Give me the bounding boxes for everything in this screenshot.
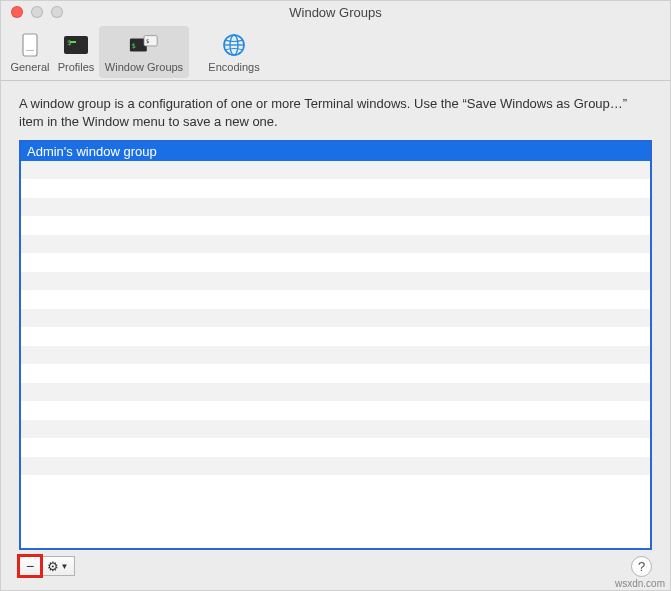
profiles-icon: $ [60, 31, 92, 59]
list-item[interactable] [21, 364, 650, 383]
content-area: A window group is a configuration of one… [1, 81, 670, 590]
list-item[interactable] [21, 253, 650, 272]
list-item[interactable] [21, 161, 650, 180]
tab-general[interactable]: General [7, 26, 53, 78]
general-icon [14, 31, 46, 59]
list-item[interactable] [21, 346, 650, 365]
encodings-icon [218, 31, 250, 59]
list-item[interactable] [21, 327, 650, 346]
list-item[interactable] [21, 179, 650, 198]
chevron-down-icon: ▼ [61, 562, 69, 571]
window-groups-icon: $ $ [128, 31, 160, 59]
button-group: − ⚙ ▼ [19, 556, 75, 576]
list-item[interactable] [21, 198, 650, 217]
help-icon: ? [638, 559, 645, 574]
svg-rect-0 [23, 34, 37, 56]
list-item[interactable] [21, 420, 650, 439]
close-icon[interactable] [11, 6, 23, 18]
list-footer: − ⚙ ▼ ? [19, 554, 652, 578]
window-group-list[interactable]: Admin's window group [19, 140, 652, 550]
tab-label: Encodings [208, 61, 259, 73]
titlebar: Window Groups [1, 1, 670, 23]
list-item[interactable] [21, 401, 650, 420]
list-item[interactable] [21, 438, 650, 457]
list-item[interactable] [21, 216, 650, 235]
window-title: Window Groups [1, 5, 670, 20]
svg-rect-1 [26, 50, 34, 51]
list-item[interactable]: Admin's window group [21, 142, 650, 161]
watermark: wsxdn.com [615, 578, 665, 589]
remove-button[interactable]: − [19, 556, 41, 576]
actions-menu-button[interactable]: ⚙ ▼ [41, 556, 75, 576]
list-item[interactable] [21, 235, 650, 254]
tab-encodings[interactable]: Encodings [189, 26, 279, 78]
list-item[interactable] [21, 290, 650, 309]
zoom-icon[interactable] [51, 6, 63, 18]
help-button[interactable]: ? [631, 556, 652, 577]
description-text: A window group is a configuration of one… [19, 95, 652, 130]
list-item[interactable] [21, 457, 650, 476]
list-item[interactable] [21, 272, 650, 291]
svg-rect-4 [70, 41, 76, 43]
svg-text:$: $ [132, 41, 136, 49]
tab-label: Window Groups [105, 61, 183, 73]
gear-icon: ⚙ [47, 559, 59, 574]
tab-window-groups[interactable]: $ $ Window Groups [99, 26, 189, 78]
tab-profiles[interactable]: $ Profiles [53, 26, 99, 78]
minus-icon: − [26, 558, 34, 574]
list-item[interactable] [21, 309, 650, 328]
minimize-icon[interactable] [31, 6, 43, 18]
tab-label: Profiles [58, 61, 95, 73]
list-item[interactable] [21, 383, 650, 402]
tab-label: General [10, 61, 49, 73]
traffic-lights [1, 6, 63, 18]
list-item[interactable] [21, 475, 650, 494]
preferences-window: Window Groups General $ Profiles [0, 0, 671, 591]
toolbar: General $ Profiles $ $ Window [1, 23, 670, 81]
